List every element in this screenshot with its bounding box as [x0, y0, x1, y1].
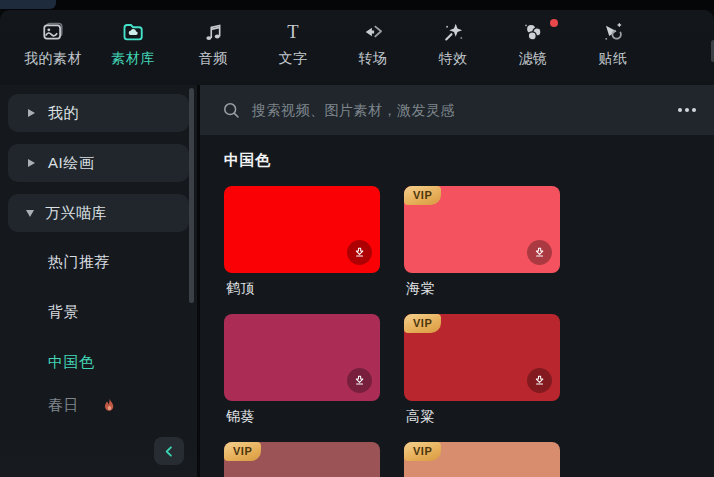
vip-badge: VIP [404, 314, 441, 333]
toolbar-item-library[interactable]: 素材库 [100, 19, 166, 68]
toolbar-label: 特效 [439, 50, 468, 68]
top-strip [0, 0, 714, 10]
caret-right-icon [28, 159, 35, 167]
toolbar-item-my-materials[interactable]: 我的素材 [20, 19, 86, 68]
grid-row: 鹤顶 VIP 海棠 [224, 186, 564, 314]
filters-icon [520, 19, 546, 45]
toolbar-label: 我的素材 [24, 50, 82, 68]
sidebar-scrollbar[interactable] [189, 88, 194, 303]
section-title: 中国色 [224, 151, 714, 170]
sidebar-group-mine[interactable]: 我的 [8, 94, 189, 132]
sidebar: 我的 AI绘画 万兴喵库 热门推荐 背景 中国色 春日 [0, 85, 197, 477]
toolbar-label: 音频 [199, 50, 228, 68]
color-swatch[interactable] [224, 186, 380, 273]
sidebar-group-ai-paint[interactable]: AI绘画 [8, 144, 189, 182]
color-name: 锦葵 [226, 408, 380, 425]
color-card: VIP 高粱 [404, 314, 560, 442]
sidebar-item-label: 春日 [48, 396, 79, 415]
collapse-sidebar-button[interactable] [154, 437, 184, 465]
grid-row: VIP VIP [224, 442, 564, 477]
download-button[interactable] [527, 240, 552, 265]
download-button[interactable] [527, 368, 552, 393]
vip-badge: VIP [404, 442, 441, 461]
sidebar-group-label: 万兴喵库 [45, 204, 107, 223]
color-swatch[interactable]: VIP [404, 186, 560, 273]
text-icon: T [280, 19, 306, 45]
sidebar-item-label: 热门推荐 [48, 253, 110, 272]
search-input[interactable] [252, 102, 676, 118]
toolbar-item-filters[interactable]: 滤镜 [500, 19, 566, 68]
notification-dot [550, 19, 558, 27]
library-icon [120, 19, 146, 45]
color-card: VIP [404, 442, 560, 477]
sidebar-item-label: 背景 [48, 303, 79, 322]
toolbar-label: 滤镜 [519, 50, 548, 68]
color-swatch[interactable]: VIP [404, 442, 560, 477]
stickers-icon [600, 19, 626, 45]
color-name: 海棠 [406, 280, 560, 297]
sidebar-group-wondershare-lib[interactable]: 万兴喵库 [8, 194, 189, 232]
chevron-left-icon [162, 444, 177, 459]
toolbar-label: 文字 [279, 50, 308, 68]
caret-down-icon [26, 210, 34, 217]
sidebar-footer [0, 431, 197, 477]
toolbar-item-stickers[interactable]: 贴纸 [580, 19, 646, 68]
sidebar-item-spring[interactable]: 春日 [0, 390, 197, 420]
color-card-grid: 鹤顶 VIP 海棠 [224, 186, 564, 477]
sidebar-item-label: 中国色 [48, 353, 95, 372]
my-materials-icon [40, 19, 66, 45]
toolbar-label: 素材库 [111, 50, 155, 68]
flame-icon [101, 397, 118, 414]
search-bar [200, 85, 714, 135]
toolbar-label: 转场 [359, 50, 388, 68]
toolbar-item-transition[interactable]: 转场 [340, 19, 406, 68]
caret-right-icon [28, 109, 35, 117]
grid-row: 锦葵 VIP 高粱 [224, 314, 564, 442]
sidebar-item-chinese-color[interactable]: 中国色 [0, 347, 197, 377]
download-button[interactable] [347, 240, 372, 265]
window-corner-chip [0, 0, 56, 9]
effects-icon [440, 19, 466, 45]
color-card: VIP 海棠 [404, 186, 560, 314]
toolbar-item-effects[interactable]: 特效 [420, 19, 486, 68]
transition-icon [360, 19, 386, 45]
search-icon [222, 101, 241, 120]
color-swatch[interactable]: VIP [404, 314, 560, 401]
download-button[interactable] [347, 368, 372, 393]
color-name: 高粱 [406, 408, 560, 425]
sidebar-group-label: 我的 [48, 104, 79, 123]
color-name: 鹤顶 [226, 280, 380, 297]
main-toolbar: 我的素材 素材库 音频 T 文字 [0, 10, 714, 85]
sidebar-item-hot-recommend[interactable]: 热门推荐 [0, 247, 197, 277]
sidebar-item-background[interactable]: 背景 [0, 297, 197, 327]
content-panel: 中国色 鹤顶 VIP [200, 85, 714, 477]
sidebar-group-label: AI绘画 [48, 154, 94, 173]
color-card: VIP [224, 442, 380, 477]
color-card: 鹤顶 [224, 186, 380, 314]
color-swatch[interactable]: VIP [224, 442, 380, 477]
svg-text:T: T [287, 21, 299, 42]
vip-badge: VIP [224, 442, 261, 461]
audio-icon [200, 19, 226, 45]
color-card: 锦葵 [224, 314, 380, 442]
toolbar-item-text[interactable]: T 文字 [260, 19, 326, 68]
toolbar-label: 贴纸 [599, 50, 628, 68]
toolbar-item-audio[interactable]: 音频 [180, 19, 246, 68]
color-swatch[interactable] [224, 314, 380, 401]
more-options-button[interactable] [676, 104, 698, 116]
vip-badge: VIP [404, 186, 441, 205]
